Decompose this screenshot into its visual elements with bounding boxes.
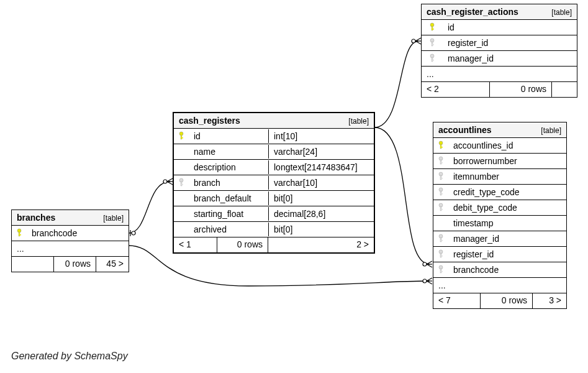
- footer-rows: 0 rows: [481, 293, 533, 308]
- column-name: starting_float: [189, 207, 268, 221]
- table-type: [table]: [551, 8, 572, 17]
- table-row: manager_id: [433, 231, 566, 247]
- key-icon: [422, 52, 443, 66]
- table-row: debit_type_code: [433, 200, 566, 216]
- svg-rect-23: [432, 60, 434, 61]
- column-name: timestamp: [448, 216, 566, 230]
- column-name: register_id: [443, 36, 577, 50]
- column-name: branch: [189, 176, 268, 190]
- table-row: ...: [433, 278, 566, 293]
- table-type: [table]: [348, 117, 369, 126]
- footer-in: < 7: [433, 293, 481, 308]
- svg-rect-34: [440, 191, 441, 195]
- column-type: varchar[10]: [268, 176, 374, 190]
- svg-rect-17: [432, 29, 434, 30]
- svg-rect-32: [440, 178, 443, 179]
- svg-rect-46: [440, 269, 441, 273]
- table-name: accountlines: [438, 125, 492, 135]
- column-name: id: [189, 129, 268, 143]
- svg-rect-25: [440, 144, 441, 149]
- table-row: credit_type_code: [433, 185, 566, 200]
- key-icon: [12, 226, 27, 241]
- svg-rect-40: [440, 237, 441, 242]
- column-type: varchar[24]: [268, 145, 374, 159]
- ellipsis: ...: [433, 279, 566, 292]
- column-name: branch_default: [189, 191, 268, 205]
- svg-rect-7: [19, 232, 20, 236]
- key-icon: [433, 221, 448, 225]
- svg-rect-47: [440, 271, 443, 272]
- table-row: ...: [422, 67, 577, 82]
- table-cash-register-actions[interactable]: cash_register_actions [table] id registe…: [421, 4, 577, 98]
- table-row: description longtext[2147483647]: [174, 160, 374, 175]
- table-row: branch_default bit[0]: [174, 191, 374, 206]
- column-name: branchcode: [27, 226, 129, 240]
- table-footer: 0 rows 45 >: [12, 257, 129, 272]
- svg-rect-22: [432, 57, 433, 62]
- table-type: [table]: [103, 214, 124, 223]
- table-row: branchcode: [433, 262, 566, 278]
- table-header: branches [table]: [12, 210, 129, 226]
- footer-out: [552, 82, 577, 97]
- key-icon: [422, 21, 443, 35]
- table-name: cash_registers: [179, 116, 240, 126]
- table-row: ...: [12, 241, 129, 257]
- column-name: manager_id: [448, 232, 566, 246]
- footer-rows: 0 rows: [490, 82, 552, 97]
- footer-in: < 2: [422, 82, 490, 97]
- column-name: itemnumber: [448, 170, 566, 183]
- table-branches[interactable]: branches [table] branchcode ... 0 rows 4…: [11, 210, 129, 272]
- key-icon: [174, 228, 189, 231]
- table-header: cash_registers [table]: [174, 113, 374, 129]
- svg-rect-26: [440, 147, 443, 148]
- footer-rows: 0 rows: [217, 237, 268, 252]
- table-name: branches: [17, 213, 55, 223]
- svg-rect-14: [181, 184, 183, 185]
- key-icon: [433, 139, 448, 153]
- key-icon: [433, 232, 448, 246]
- svg-rect-28: [440, 160, 441, 164]
- table-row: borrowernumber: [433, 154, 566, 169]
- footer-rows: 0 rows: [54, 257, 96, 272]
- key-icon: [174, 196, 189, 200]
- svg-rect-37: [440, 206, 441, 211]
- svg-rect-20: [432, 44, 434, 45]
- table-header: accountlines [table]: [433, 122, 566, 138]
- table-row: starting_float decimal[28,6]: [174, 206, 374, 222]
- table-row: timestamp: [433, 216, 566, 231]
- footer-in: < 1: [174, 237, 217, 252]
- key-icon: [433, 170, 448, 184]
- svg-rect-41: [440, 240, 443, 241]
- key-icon: [174, 165, 189, 169]
- table-row: id int[10]: [174, 129, 374, 144]
- key-icon: [433, 185, 448, 200]
- column-type: longtext[2147483647]: [268, 160, 374, 174]
- column-type: int[10]: [268, 129, 374, 143]
- key-icon: [174, 212, 189, 216]
- svg-rect-38: [440, 209, 443, 210]
- key-icon: [174, 129, 189, 144]
- column-name: branchcode: [448, 263, 566, 277]
- table-row: manager_id: [422, 51, 577, 67]
- svg-rect-10: [181, 135, 182, 139]
- table-footer: < 2 0 rows: [422, 82, 577, 97]
- svg-rect-19: [432, 42, 433, 46]
- key-icon: [422, 36, 443, 50]
- table-cash-registers[interactable]: cash_registers [table] id int[10] name v…: [173, 112, 375, 254]
- table-accountlines[interactable]: accountlines [table] accountlines_id bor…: [433, 122, 567, 309]
- footer-out: 45 >: [96, 257, 129, 272]
- column-name: description: [189, 160, 268, 174]
- column-name: borrowernumber: [448, 154, 566, 168]
- table-type: [table]: [541, 126, 561, 135]
- table-header: cash_register_actions [table]: [422, 4, 577, 20]
- table-name: cash_register_actions: [427, 7, 518, 17]
- column-name: accountlines_id: [448, 139, 566, 152]
- key-icon: [433, 201, 448, 215]
- svg-rect-13: [181, 182, 182, 186]
- table-footer: < 1 0 rows 2 >: [174, 237, 374, 252]
- svg-rect-11: [181, 137, 183, 139]
- column-name: manager_id: [443, 52, 577, 65]
- table-row: id: [422, 20, 577, 35]
- svg-rect-35: [440, 193, 443, 195]
- svg-rect-29: [440, 162, 443, 163]
